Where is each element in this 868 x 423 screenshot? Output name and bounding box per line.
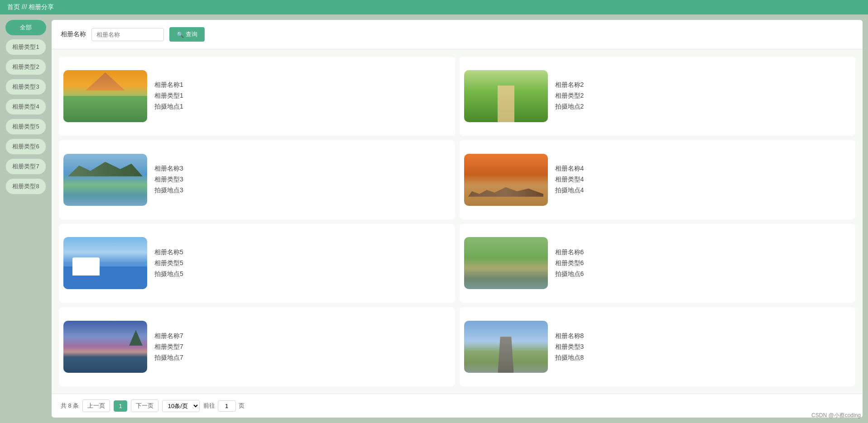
album-name-8: 相册名称8 bbox=[555, 332, 584, 340]
album-type-1: 相册类型1 bbox=[154, 92, 183, 100]
album-name-3: 相册名称3 bbox=[154, 165, 183, 173]
album-info-4: 相册名称4 相册类型4 拍摄地点4 bbox=[555, 165, 584, 195]
pagination: 共 8 条 上一页 1 下一页 10条/页 20条/页 50条/页 前往 页 bbox=[52, 394, 863, 418]
sidebar: 全部 相册类型1 相册类型2 相册类型3 相册类型4 相册类型5 相册类型6 相… bbox=[5, 20, 46, 418]
album-location-8: 拍摄地点8 bbox=[555, 354, 584, 362]
search-button[interactable]: 🔍 查询 bbox=[169, 27, 205, 42]
album-name-5: 相册名称5 bbox=[154, 248, 183, 257]
sidebar-item-3[interactable]: 相册类型4 bbox=[5, 99, 46, 115]
main-layout: 全部 相册类型1 相册类型2 相册类型3 相册类型4 相册类型5 相册类型6 相… bbox=[0, 14, 868, 423]
album-thumb-6 bbox=[464, 237, 548, 289]
watermark: CSDN @小蔡coding bbox=[811, 412, 861, 419]
search-input[interactable] bbox=[91, 28, 164, 41]
album-type-5: 相册类型5 bbox=[154, 259, 183, 267]
sidebar-item-5[interactable]: 相册类型6 bbox=[5, 138, 46, 155]
jump-input[interactable] bbox=[218, 400, 236, 412]
page-size-select[interactable]: 10条/页 20条/页 50条/页 bbox=[162, 400, 200, 412]
sidebar-item-1[interactable]: 相册类型2 bbox=[5, 59, 46, 75]
album-thumb-4 bbox=[464, 154, 548, 206]
sidebar-item-0[interactable]: 相册类型1 bbox=[5, 39, 46, 55]
album-grid: 相册名称1 相册类型1 拍摄地点1 相册名称2 相册类型2 拍摄地点2 相册名称… bbox=[52, 49, 863, 394]
album-card-4[interactable]: 相册名称4 相册类型4 拍摄地点4 bbox=[460, 140, 856, 219]
prev-page-btn[interactable]: 上一页 bbox=[82, 399, 110, 412]
album-info-3: 相册名称3 相册类型3 拍摄地点3 bbox=[154, 165, 183, 195]
album-info-1: 相册名称1 相册类型1 拍摄地点1 bbox=[154, 81, 183, 111]
album-card-6[interactable]: 相册名称6 相册类型6 拍摄地点6 bbox=[460, 224, 856, 303]
search-bar: 相册名称 🔍 查询 bbox=[52, 20, 863, 49]
album-thumb-1 bbox=[63, 70, 147, 122]
search-icon: 🔍 bbox=[177, 31, 184, 38]
album-name-1: 相册名称1 bbox=[154, 81, 183, 89]
search-btn-label: 查询 bbox=[186, 30, 197, 38]
album-location-5: 拍摄地点5 bbox=[154, 270, 183, 278]
album-location-4: 拍摄地点4 bbox=[555, 186, 584, 195]
album-location-7: 拍摄地点7 bbox=[154, 354, 183, 362]
sidebar-item-7[interactable]: 相册类型8 bbox=[5, 178, 46, 195]
sidebar-item-6[interactable]: 相册类型7 bbox=[5, 158, 46, 175]
album-location-6: 拍摄地点6 bbox=[555, 270, 584, 278]
album-location-2: 拍摄地点2 bbox=[555, 103, 584, 111]
next-page-btn[interactable]: 下一页 bbox=[131, 399, 158, 412]
album-type-2: 相册类型2 bbox=[555, 92, 584, 100]
album-info-6: 相册名称6 相册类型6 拍摄地点6 bbox=[555, 248, 584, 278]
album-type-3: 相册类型3 bbox=[154, 176, 183, 184]
jump-prefix: 前往 bbox=[203, 402, 215, 410]
sidebar-item-2[interactable]: 相册类型3 bbox=[5, 79, 46, 95]
album-type-7: 相册类型7 bbox=[154, 343, 183, 351]
album-thumb-3 bbox=[63, 154, 147, 206]
album-card-3[interactable]: 相册名称3 相册类型3 拍摄地点3 bbox=[59, 140, 455, 219]
sidebar-all-btn[interactable]: 全部 bbox=[5, 20, 46, 35]
album-type-4: 相册类型4 bbox=[555, 176, 584, 184]
breadcrumb: 首页 /// 相册分享 bbox=[7, 3, 54, 11]
top-bar: 首页 /// 相册分享 bbox=[0, 0, 868, 14]
current-page-btn[interactable]: 1 bbox=[114, 400, 127, 412]
content-area: 相册名称 🔍 查询 相册名称1 相册类型1 拍摄地点1 bbox=[52, 20, 863, 418]
album-card-2[interactable]: 相册名称2 相册类型2 拍摄地点2 bbox=[460, 57, 856, 136]
total-count: 共 8 条 bbox=[61, 402, 79, 410]
album-location-1: 拍摄地点1 bbox=[154, 103, 183, 111]
album-type-6: 相册类型6 bbox=[555, 259, 584, 267]
album-name-2: 相册名称2 bbox=[555, 81, 584, 89]
search-label: 相册名称 bbox=[61, 30, 86, 38]
sidebar-item-4[interactable]: 相册类型5 bbox=[5, 119, 46, 135]
album-name-4: 相册名称4 bbox=[555, 165, 584, 173]
album-name-7: 相册名称7 bbox=[154, 332, 183, 340]
album-name-6: 相册名称6 bbox=[555, 248, 584, 257]
album-card-5[interactable]: 相册名称5 相册类型5 拍摄地点5 bbox=[59, 224, 455, 303]
page-jump: 前往 页 bbox=[203, 400, 245, 412]
album-info-2: 相册名称2 相册类型2 拍摄地点2 bbox=[555, 81, 584, 111]
album-thumb-8 bbox=[464, 321, 548, 373]
jump-suffix: 页 bbox=[239, 402, 245, 410]
album-thumb-5 bbox=[63, 237, 147, 289]
album-info-8: 相册名称8 相册类型3 拍摄地点8 bbox=[555, 332, 584, 362]
album-card-8[interactable]: 相册名称8 相册类型3 拍摄地点8 bbox=[460, 307, 856, 386]
album-card-7[interactable]: 相册名称7 相册类型7 拍摄地点7 bbox=[59, 307, 455, 386]
album-type-8: 相册类型3 bbox=[555, 343, 584, 351]
album-location-3: 拍摄地点3 bbox=[154, 186, 183, 195]
album-info-5: 相册名称5 相册类型5 拍摄地点5 bbox=[154, 248, 183, 278]
album-info-7: 相册名称7 相册类型7 拍摄地点7 bbox=[154, 332, 183, 362]
album-card-1[interactable]: 相册名称1 相册类型1 拍摄地点1 bbox=[59, 57, 455, 136]
album-thumb-7 bbox=[63, 321, 147, 373]
album-thumb-2 bbox=[464, 70, 548, 122]
